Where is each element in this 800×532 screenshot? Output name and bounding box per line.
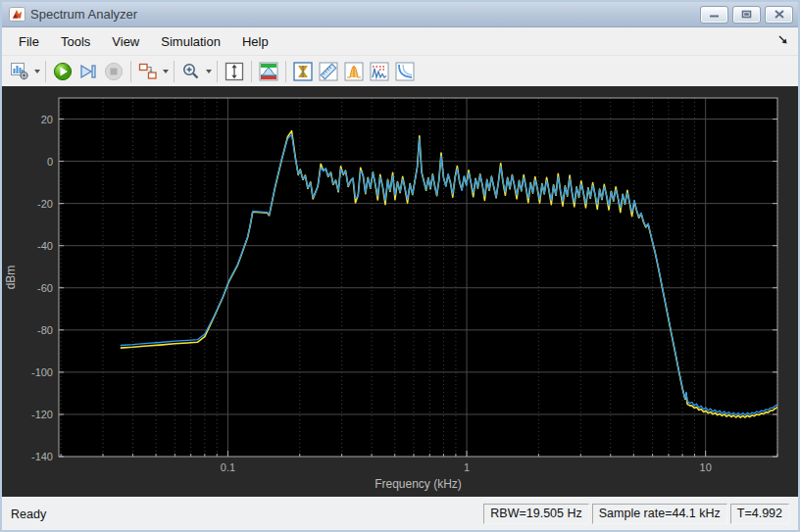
toolbar-separator <box>130 61 131 82</box>
toolbar-separator <box>251 61 252 82</box>
chevron-down-icon <box>34 70 40 73</box>
y-tick-label: -20 <box>37 198 53 210</box>
y-tick-label: 0 <box>47 156 53 168</box>
ccdf-measurements-button[interactable] <box>392 60 418 83</box>
zoom-in-icon <box>181 62 201 81</box>
status-bar: Ready RBW=19.505 Hz Sample rate=44.1 kHz… <box>2 497 798 530</box>
restore-icon <box>741 10 752 19</box>
simulink-model-dropdown[interactable] <box>161 60 170 83</box>
menu-help[interactable]: Help <box>231 30 279 53</box>
spectrum-plot[interactable]: 0.1110200-20-40-60-80-100-120-140 <box>2 86 798 497</box>
status-ready: Ready <box>8 508 46 521</box>
y-tick-label: -100 <box>31 366 53 378</box>
minimize-button[interactable] <box>700 6 728 24</box>
x-tick-label: 0.1 <box>221 461 235 473</box>
x-tick-label: 10 <box>700 461 712 473</box>
status-panels: RBW=19.505 Hz Sample rate=44.1 kHz T=4.9… <box>483 504 792 524</box>
y-tick-label: -140 <box>31 451 53 462</box>
toolbar-separator <box>217 61 218 82</box>
menu-simulation[interactable]: Simulation <box>150 30 231 53</box>
menu-view[interactable]: View <box>101 30 150 53</box>
title-bar[interactable]: Spectrum Analyzer <box>2 2 798 27</box>
menu-file[interactable]: File <box>8 30 50 53</box>
zoom-button[interactable] <box>178 60 204 83</box>
menu-tools[interactable]: Tools <box>50 30 101 53</box>
spectrum-analyzer-window: Spectrum Analyzer File Tools <box>0 0 800 532</box>
step-forward-icon <box>78 62 98 81</box>
ruler-measurements-button[interactable] <box>316 60 341 83</box>
close-button[interactable] <box>765 6 793 24</box>
peak-finder-icon <box>344 62 364 81</box>
run-button[interactable] <box>50 60 75 83</box>
spectrum-settings-icon <box>11 63 29 80</box>
y-tick-label: -80 <box>37 324 53 336</box>
distortion-measurements-button[interactable] <box>367 60 392 83</box>
chevron-down-icon <box>163 70 169 73</box>
stop-icon <box>104 62 124 81</box>
y-tick-label: 20 <box>41 114 53 125</box>
peak-finder-button[interactable] <box>341 60 367 83</box>
chevron-down-icon <box>206 70 212 73</box>
status-time: T=4.992 <box>730 504 789 524</box>
y-tick-label: -40 <box>37 240 53 252</box>
ruler-icon <box>319 62 338 81</box>
dock-arrow-icon[interactable] <box>777 34 788 45</box>
cursor-measurements-button[interactable] <box>290 60 316 83</box>
status-rbw: RBW=19.505 Hz <box>483 504 588 524</box>
y-tick-label: -60 <box>37 282 53 294</box>
status-sample-rate: Sample rate=44.1 kHz <box>592 504 727 524</box>
y-tick-label: -120 <box>31 409 53 420</box>
minimize-icon <box>709 10 720 19</box>
ccdf-icon <box>395 62 415 81</box>
y-axis-label: dBm <box>4 243 18 312</box>
cursor-measurements-icon <box>293 62 313 81</box>
step-forward-button[interactable] <box>75 60 101 83</box>
x-tick-label: 1 <box>464 461 470 473</box>
matlab-app-icon <box>9 7 25 22</box>
restore-button[interactable] <box>732 6 761 24</box>
zoom-dropdown[interactable] <box>204 60 213 83</box>
toolbar-separator <box>45 61 46 82</box>
toolbar <box>2 56 798 86</box>
fit-to-view-icon <box>225 62 244 81</box>
scope-area: 0.1110200-20-40-60-80-100-120-140 Freque… <box>2 86 798 497</box>
x-axis-label: Frequency (kHz) <box>59 477 777 491</box>
toolbar-separator <box>174 61 175 82</box>
toolbar-separator <box>285 61 286 82</box>
fit-to-view-button[interactable] <box>222 60 247 83</box>
spectrogram-icon <box>259 62 278 81</box>
distortion-icon <box>370 62 389 81</box>
window-controls <box>700 6 793 24</box>
run-icon <box>53 62 73 81</box>
window-title: Spectrum Analyzer <box>30 7 137 22</box>
menu-bar: File Tools View Simulation Help <box>2 27 798 56</box>
spectrogram-button[interactable] <box>256 60 281 83</box>
spectrum-settings-button[interactable] <box>7 60 32 83</box>
stop-button <box>101 60 126 83</box>
close-icon <box>775 10 784 19</box>
spectrum-settings-dropdown[interactable] <box>32 60 41 83</box>
simulink-model-button[interactable] <box>135 60 161 83</box>
simulink-blocks-icon <box>138 63 158 80</box>
